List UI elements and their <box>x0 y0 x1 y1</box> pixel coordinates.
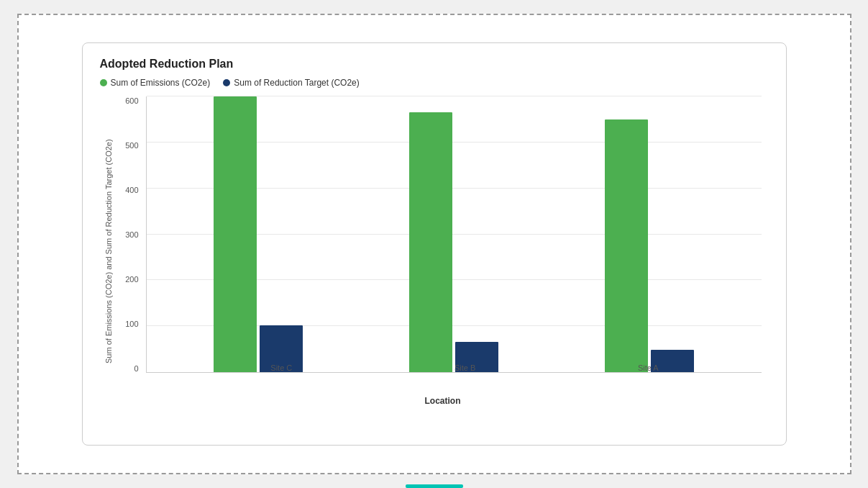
reduction-legend-label: Sum of Reduction Target (CO2e) <box>234 78 360 88</box>
chart-inner: 0 100 200 300 400 500 600 <box>117 96 769 406</box>
y-tick-200: 200 <box>117 275 143 284</box>
bar-groups <box>147 96 762 372</box>
bar-group-site-b <box>409 112 498 372</box>
bar-siteb-emissions <box>409 112 452 372</box>
outer-border: Adopted Reduction Plan Sum of Emissions … <box>17 14 851 474</box>
x-label-site-b: Site B <box>454 361 475 372</box>
y-tick-600: 600 <box>117 96 143 105</box>
grid-and-bars: 0 100 200 300 400 500 600 <box>117 96 769 393</box>
chart-card: Adopted Reduction Plan Sum of Emissions … <box>82 42 787 446</box>
bar-group-site-c <box>214 96 303 373</box>
legend-item-reduction: Sum of Reduction Target (CO2e) <box>223 78 360 88</box>
bars-area: Site C Site B Site A <box>146 96 762 373</box>
y-tick-100: 100 <box>117 320 143 328</box>
reduction-legend-dot <box>223 79 230 86</box>
y-tick-400: 400 <box>117 186 143 194</box>
legend-item-emissions: Sum of Emissions (CO2e) <box>100 78 211 88</box>
y-tick-0: 0 <box>117 364 143 373</box>
y-tick-500: 500 <box>117 141 143 150</box>
bar-sitec-emissions <box>214 96 257 373</box>
x-axis-title: Location <box>117 396 769 406</box>
chart-title: Adopted Reduction Plan <box>100 58 769 71</box>
y-ticks: 0 100 200 300 400 500 600 <box>117 96 143 373</box>
x-label-site-c: Site C <box>270 361 292 372</box>
bar-group-site-a <box>605 119 694 372</box>
x-label-site-a: Site A <box>638 361 659 372</box>
emissions-legend-dot <box>100 79 107 86</box>
x-labels: Site C Site B Site A <box>175 353 754 372</box>
chart-legend: Sum of Emissions (CO2e) Sum of Reduction… <box>100 78 769 88</box>
y-axis-label: Sum of Emissions (CO2e) and Sum of Reduc… <box>100 96 117 406</box>
bottom-scroll-indicator[interactable] <box>406 484 463 488</box>
plot-area: 0 100 200 300 400 500 600 <box>117 96 769 393</box>
chart-area: Sum of Emissions (CO2e) and Sum of Reduc… <box>100 96 769 406</box>
y-tick-300: 300 <box>117 230 143 239</box>
emissions-legend-label: Sum of Emissions (CO2e) <box>111 78 211 88</box>
bar-sitea-emissions <box>605 119 648 372</box>
